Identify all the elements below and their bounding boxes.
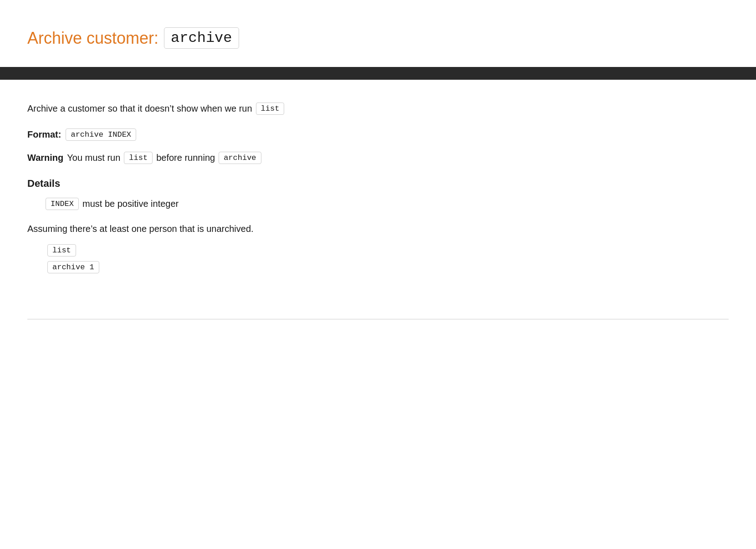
- details-bullet-list: INDEX must be positive integer: [46, 198, 610, 210]
- warning-code-list: list: [124, 152, 153, 164]
- description-code-list: list: [256, 103, 285, 115]
- list-item: INDEX must be positive integer: [46, 198, 610, 210]
- page-title: Archive customer: archive: [27, 27, 729, 49]
- bullet-text: must be positive integer: [82, 199, 179, 209]
- title-code-badge: archive: [164, 27, 239, 49]
- format-row: Format: archive INDEX: [27, 128, 610, 141]
- format-code: archive INDEX: [66, 128, 136, 141]
- list-item: list: [47, 244, 610, 257]
- list-item: archive 1: [47, 261, 610, 273]
- description-paragraph: Archive a customer so that it doesn’t sh…: [27, 103, 610, 115]
- details-heading: Details: [27, 178, 610, 190]
- description-text-before: Archive a customer so that it doesn’t sh…: [27, 103, 252, 114]
- dark-bar: [0, 67, 756, 80]
- warning-row: Warning You must run list before running…: [27, 152, 610, 164]
- warning-text-between: before running: [156, 153, 215, 163]
- footer-divider: [27, 319, 729, 319]
- steps-list: list archive 1: [47, 244, 610, 273]
- step-1-code: list: [47, 244, 76, 257]
- header-section: Archive customer: archive: [0, 0, 756, 67]
- warning-label: Warning: [27, 153, 63, 163]
- warning-code-archive: archive: [219, 152, 261, 164]
- warning-text-before: You must run: [67, 153, 120, 163]
- page-title-text: Archive customer:: [27, 29, 158, 48]
- details-section: Details INDEX must be positive integer: [27, 178, 610, 210]
- format-label: Format:: [27, 129, 61, 140]
- bullet-code-index: INDEX: [46, 198, 79, 210]
- assuming-text: Assuming there’s at least one person tha…: [27, 224, 610, 234]
- content-section: Archive a customer so that it doesn’t sh…: [0, 80, 638, 319]
- step-2-code: archive 1: [47, 261, 99, 273]
